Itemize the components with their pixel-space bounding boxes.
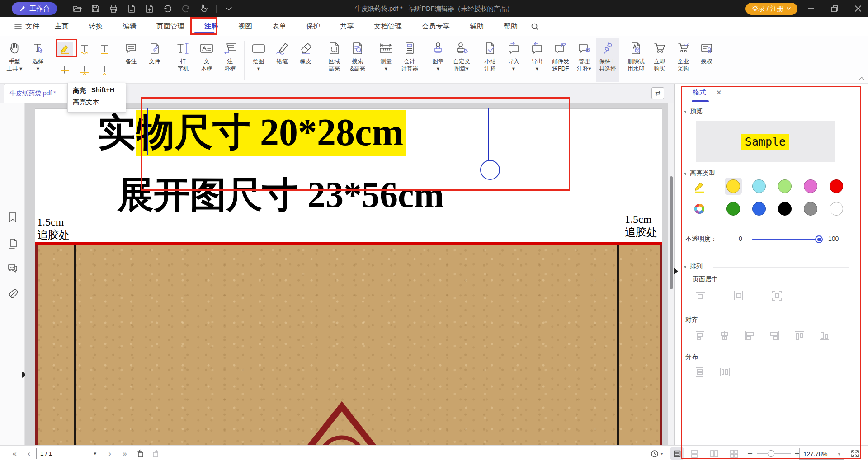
restore-button[interactable] (825, 0, 844, 17)
menu-page-management[interactable]: 页面管理 (152, 22, 189, 31)
menu-home[interactable]: 主页 (50, 22, 73, 31)
fullscreen-icon[interactable] (848, 446, 862, 461)
summarize-comments-button[interactable]: 小结 注释 (478, 38, 502, 82)
search-icon[interactable] (530, 22, 539, 31)
zoom-slider-handle[interactable] (768, 450, 774, 457)
drawing-button[interactable]: 绘图 ▾ (247, 38, 270, 82)
touch-mode-icon[interactable] (198, 3, 210, 14)
area-highlight-button[interactable]: 区域 高亮 (322, 38, 346, 82)
comments-icon[interactable] (7, 262, 19, 274)
facing-view-icon[interactable] (708, 446, 721, 461)
typewriter-button[interactable]: 打 字机 (171, 38, 195, 82)
import-comments-button[interactable]: 导入 ▾ (502, 38, 525, 82)
bookmarks-icon[interactable] (7, 212, 19, 223)
strikeout-tool-button[interactable] (56, 62, 73, 78)
quad-view-icon[interactable] (728, 446, 741, 461)
close-panel-icon[interactable]: ✕ (716, 89, 722, 97)
menu-convert[interactable]: 转换 (84, 22, 107, 31)
keep-tool-selected-button[interactable]: 保持工 具选择 (596, 38, 619, 82)
center-both-icon[interactable] (771, 290, 783, 301)
calculator-button[interactable]: 会计 计算器 (398, 38, 421, 82)
highlight-tool-button[interactable] (56, 42, 73, 57)
underline-tool-button[interactable] (96, 42, 113, 57)
squiggly-tool-button[interactable] (76, 42, 93, 57)
single-page-view-button[interactable] (670, 447, 684, 460)
align-center-icon[interactable] (719, 330, 730, 341)
close-button[interactable] (848, 0, 868, 17)
page-number-input[interactable]: 1 / 1▾ (36, 448, 100, 459)
color-swatch-black[interactable] (778, 202, 792, 216)
license-button[interactable]: 授权 (695, 38, 718, 82)
color-swatch-green[interactable] (726, 202, 740, 216)
color-swatch-blue[interactable] (752, 202, 766, 216)
menu-share[interactable]: 共享 (335, 22, 359, 31)
save-icon[interactable] (90, 3, 101, 14)
workspace-button[interactable]: 工作台 (12, 2, 57, 15)
menu-comment[interactable]: 注释 (200, 22, 223, 31)
file-attachment-button[interactable]: 文件 (143, 38, 166, 82)
menu-form[interactable]: 表单 (268, 22, 291, 31)
pencil-button[interactable]: 铅笔 (270, 38, 294, 82)
redo-icon[interactable] (180, 3, 192, 14)
email-fdf-button[interactable]: 邮件发 送FDF (549, 38, 572, 82)
panel-collapse-arrow-icon[interactable] (674, 268, 678, 274)
page-add-icon[interactable] (144, 3, 156, 14)
callout-button[interactable]: 注 释框 (218, 38, 242, 82)
opacity-slider-track[interactable] (752, 239, 821, 240)
zoom-out-icon[interactable]: − (745, 446, 755, 461)
align-left-icon[interactable] (694, 330, 705, 341)
arrange-section-header[interactable]: 排列 (684, 263, 703, 271)
menu-edit[interactable]: 编辑 (118, 22, 141, 31)
color-swatch-green-light[interactable] (778, 179, 792, 193)
search-highlight-button[interactable]: 搜索 &高亮 (346, 38, 369, 82)
first-page-icon[interactable]: « (9, 446, 20, 461)
center-horizontally-icon[interactable] (694, 290, 706, 301)
minimize-button[interactable] (801, 0, 821, 17)
replace-text-tool-button[interactable] (76, 62, 93, 78)
eraser-button[interactable]: 橡皮 (294, 38, 317, 82)
menu-protect[interactable]: 保护 (302, 22, 325, 31)
highlight-type-section-header[interactable]: 高亮类型 (684, 169, 715, 178)
scrollbar-thumb[interactable] (670, 176, 673, 289)
hand-tool-button[interactable]: 手型 工具 ▾ (3, 38, 26, 82)
undo-icon[interactable] (162, 3, 174, 14)
menu-file[interactable]: 文件 (11, 22, 43, 31)
align-bottom-icon[interactable] (819, 330, 830, 341)
textbox-button[interactable]: 文 本框 (195, 38, 218, 82)
print-icon[interactable] (108, 3, 119, 14)
open-folder-icon[interactable] (71, 3, 83, 14)
color-swatch-cyan[interactable] (752, 179, 766, 193)
enterprise-purchase-button[interactable]: 企业 采购 (671, 38, 695, 82)
document-view[interactable]: 实物尺寸 20*28cm 展开图尺寸 23*56cm 1.5cm 追胶处 1.5… (25, 103, 668, 445)
highlighter-pen-icon[interactable] (693, 180, 706, 194)
attachments-icon[interactable] (7, 288, 19, 300)
manage-comments-button[interactable]: 管理 注释▾ (572, 38, 596, 82)
preview-section-header[interactable]: 预览 (684, 107, 703, 115)
page-minus-icon[interactable] (126, 3, 137, 14)
opacity-slider-handle[interactable] (815, 235, 823, 243)
rotate-left-icon[interactable] (134, 446, 147, 461)
vertical-scrollbar[interactable] (668, 103, 674, 445)
reading-history-icon[interactable]: ▾ (649, 446, 665, 461)
color-swatch-gray[interactable] (804, 202, 817, 216)
color-swatch-white[interactable] (830, 202, 843, 216)
align-right-icon[interactable] (769, 330, 780, 341)
insert-text-tool-button[interactable] (96, 62, 113, 78)
note-button[interactable]: 备注 (119, 38, 143, 82)
next-page-icon[interactable]: › (104, 446, 115, 461)
remove-trial-watermark-button[interactable]: 删除试 用水印 (624, 38, 648, 82)
measure-button[interactable]: 测量 ▾ (374, 38, 398, 82)
export-comments-button[interactable]: 导出 ▾ (525, 38, 549, 82)
last-page-icon[interactable]: » (119, 446, 130, 461)
selection-handle[interactable] (480, 160, 500, 180)
custom-stamp-button[interactable]: 自定义 图章▾ (450, 38, 473, 82)
pdf-text-highlighted[interactable]: 物尺寸 20*28cm (136, 110, 406, 156)
color-wheel-icon[interactable] (693, 202, 706, 216)
align-top-icon[interactable] (794, 330, 805, 341)
login-register-button[interactable]: 登录 / 注册 (745, 3, 797, 15)
menu-member[interactable]: 会员专享 (417, 22, 454, 31)
rotate-right-icon[interactable] (149, 446, 162, 461)
color-swatch-yellow[interactable] (726, 179, 740, 193)
menu-view[interactable]: 视图 (234, 22, 257, 31)
customize-toolbar-icon[interactable] (223, 3, 235, 14)
